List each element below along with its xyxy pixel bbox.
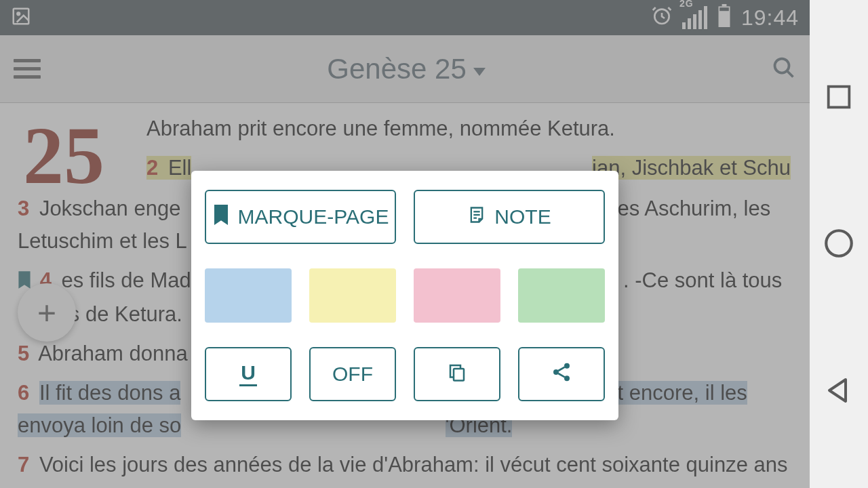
svg-point-12	[564, 363, 570, 368]
device-nav-bar	[810, 0, 868, 488]
svg-rect-17	[829, 87, 850, 108]
popup-row-actions: MARQUE-PAGE NOTE	[205, 190, 605, 244]
back-button[interactable]	[823, 374, 855, 407]
home-button[interactable]	[822, 226, 856, 260]
screen: 2G 19:44 Genèse 25	[0, 0, 868, 488]
recent-apps-button[interactable]	[823, 81, 854, 113]
highlight-green[interactable]	[518, 268, 605, 323]
share-button[interactable]	[518, 347, 605, 401]
note-icon	[467, 205, 486, 230]
highlight-off-button[interactable]: OFF	[309, 347, 396, 401]
bookmark-label: MARQUE-PAGE	[238, 205, 389, 228]
phone-area: 2G 19:44 Genèse 25	[0, 0, 810, 488]
popup-row-colors	[205, 268, 605, 323]
svg-rect-11	[454, 369, 464, 381]
note-button[interactable]: NOTE	[414, 190, 605, 244]
svg-point-14	[564, 375, 570, 381]
svg-point-18	[826, 230, 852, 256]
highlight-blue[interactable]	[205, 268, 292, 323]
off-label: OFF	[332, 363, 373, 386]
underline-icon: U	[239, 363, 257, 386]
svg-line-15	[558, 367, 564, 370]
selection-popup: MARQUE-PAGE NOTE U	[191, 171, 618, 420]
underline-button[interactable]: U	[205, 347, 292, 401]
svg-point-13	[553, 369, 559, 375]
bookmark-button[interactable]: MARQUE-PAGE	[205, 190, 396, 244]
bookmark-icon	[212, 205, 230, 230]
highlight-pink[interactable]	[414, 268, 500, 323]
popup-row-tools: U OFF	[205, 347, 605, 401]
highlight-yellow[interactable]	[309, 268, 396, 323]
share-icon	[551, 361, 572, 388]
svg-line-16	[558, 373, 564, 377]
copy-button[interactable]	[414, 347, 500, 401]
copy-icon	[447, 361, 467, 388]
note-label: NOTE	[494, 205, 551, 228]
